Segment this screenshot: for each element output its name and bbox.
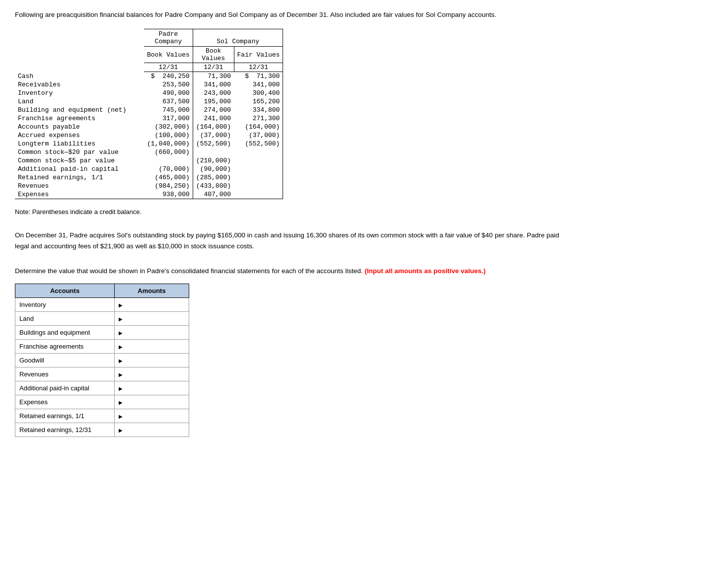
paragraph-2: Determine the value that would be shown … (15, 266, 561, 277)
amount-input-revenues-field[interactable] (125, 370, 174, 378)
padre-value: (660,000) (144, 148, 193, 156)
paragraph-1: On December 31, Padre acquires Sol's out… (15, 230, 561, 251)
amount-input-goodwill[interactable] (115, 354, 189, 367)
sol-bv-value: 341,000 (193, 80, 234, 89)
padre-value: (100,000) (144, 131, 193, 140)
padre-value (144, 156, 193, 165)
padre-value: (984,250) (144, 182, 193, 190)
row-label: Retained earnings, 1/1 (15, 173, 144, 182)
sol-bv-value: 407,000 (193, 190, 234, 199)
account-label-goodwill: Goodwill (15, 354, 115, 367)
answer-row-land: Land (15, 312, 189, 326)
amounts-column-header: Amounts (115, 284, 189, 298)
account-label-apic: Additional paid-in capital (15, 381, 115, 395)
row-label: Land (15, 97, 144, 106)
answer-row-inventory: Inventory (15, 298, 189, 312)
padre-value: (302,000) (144, 123, 193, 131)
amount-input-goodwill-field[interactable] (125, 357, 174, 364)
sol-bv-value: (164,000) (193, 123, 234, 131)
table-row: Franchise agreements 317,000 241,000 271… (15, 114, 283, 123)
padre-value: (70,000) (144, 165, 193, 173)
amount-input-expenses[interactable] (115, 395, 189, 409)
empty-subheader (15, 47, 144, 63)
amount-input-apic[interactable] (115, 381, 189, 395)
table-row: Common stock—$20 par value (660,000) (15, 148, 283, 156)
amount-input-franchise[interactable] (115, 340, 189, 354)
answer-row-re-jan: Retained earnings, 1/1 (15, 409, 189, 423)
sol-fv-value: 300,400 (234, 89, 283, 97)
account-label-franchise: Franchise agreements (15, 340, 115, 354)
empty-header (15, 29, 144, 47)
account-label-re-jan: Retained earnings, 1/1 (15, 409, 115, 423)
row-label: Accrued expenses (15, 131, 144, 140)
amount-input-land-field[interactable] (125, 315, 174, 322)
empty-date-header (15, 63, 144, 72)
sol-bv-date-header: 12/31 (193, 63, 234, 72)
sol-bv-header: BookValues (193, 47, 234, 63)
sol-bv-value: (90,000) (193, 165, 234, 173)
account-label-re-dec: Retained earnings, 12/31 (15, 423, 115, 437)
amount-input-buildings[interactable] (115, 326, 189, 340)
amount-input-land[interactable] (115, 312, 189, 326)
sol-fv-header: Fair Values (234, 47, 283, 63)
sol-fv-value (234, 173, 283, 182)
table-row: Longterm liabilities (1,040,000) (552,50… (15, 140, 283, 148)
amount-input-re-jan-field[interactable] (125, 412, 174, 420)
table-row: Common stock—$5 par value (210,000) (15, 156, 283, 165)
sol-bv-value: 71,300 (193, 72, 234, 81)
amount-input-apic-field[interactable] (125, 384, 174, 392)
row-label: Cash (15, 72, 144, 81)
sol-fv-date-header: 12/31 (234, 63, 283, 72)
amount-input-expenses-field[interactable] (125, 398, 174, 406)
table-row: Accounts payable (302,000) (164,000) (16… (15, 123, 283, 131)
account-label-inventory: Inventory (15, 298, 115, 312)
row-label: Franchise agreements (15, 114, 144, 123)
amount-input-re-dec[interactable] (115, 423, 189, 437)
account-label-land: Land (15, 312, 115, 326)
answer-row-revenues: Revenues (15, 367, 189, 381)
sol-company-header: Sol Company (193, 29, 283, 47)
padre-bv-header: Book Values (144, 47, 193, 63)
amount-input-buildings-field[interactable] (125, 329, 174, 336)
table-row: Revenues (984,250) (433,800) (15, 182, 283, 190)
row-label: Longterm liabilities (15, 140, 144, 148)
table-row: Cash $ 240,250 71,300 $ 71,300 (15, 72, 283, 81)
table-row: Accrued expenses (100,000) (37,000) (37,… (15, 131, 283, 140)
intro-paragraph: Following are preacquisition financial b… (15, 10, 561, 20)
sol-fv-value (234, 182, 283, 190)
financial-table-wrapper: PadreCompany Sol Company Book Values Boo… (15, 29, 713, 199)
sol-bv-value: 241,000 (193, 114, 234, 123)
note-text: Note: Parentheses indicate a credit bala… (15, 208, 713, 216)
amount-input-inventory[interactable] (115, 298, 189, 312)
row-label: Accounts payable (15, 123, 144, 131)
row-label: Revenues (15, 182, 144, 190)
amount-input-re-dec-field[interactable] (125, 426, 174, 434)
padre-value: (465,000) (144, 173, 193, 182)
padre-value: 253,500 (144, 80, 193, 89)
row-label: Inventory (15, 89, 144, 97)
sol-bv-value: (552,500) (193, 140, 234, 148)
sol-bv-value (193, 148, 234, 156)
sol-bv-value: (285,000) (193, 173, 234, 182)
account-label-revenues: Revenues (15, 367, 115, 381)
padre-value: 938,000 (144, 190, 193, 199)
sol-fv-value: (37,000) (234, 131, 283, 140)
account-label-buildings: Buildings and equipment (15, 326, 115, 340)
answer-row-re-dec: Retained earnings, 12/31 (15, 423, 189, 437)
paragraph-2-prefix: Determine the value that would be shown … (15, 267, 364, 275)
table-row: Inventory 490,000 243,000 300,400 (15, 89, 283, 97)
amount-input-re-jan[interactable] (115, 409, 189, 423)
padre-value: 490,000 (144, 89, 193, 97)
table-row: Receivables 253,500 341,000 341,000 (15, 80, 283, 89)
account-label-expenses: Expenses (15, 395, 115, 409)
answer-table: Accounts Amounts Inventory Land Building… (15, 284, 189, 437)
table-row: Retained earnings, 1/1 (465,000) (285,00… (15, 173, 283, 182)
amount-input-inventory-field[interactable] (125, 301, 174, 308)
table-row: Building and equipment (net) 745,000 274… (15, 106, 283, 114)
amount-input-franchise-field[interactable] (125, 343, 174, 350)
sol-bv-value: (433,800) (193, 182, 234, 190)
amount-input-revenues[interactable] (115, 367, 189, 381)
sol-fv-value (234, 165, 283, 173)
sol-fv-value: 271,300 (234, 114, 283, 123)
sol-bv-value: (210,000) (193, 156, 234, 165)
